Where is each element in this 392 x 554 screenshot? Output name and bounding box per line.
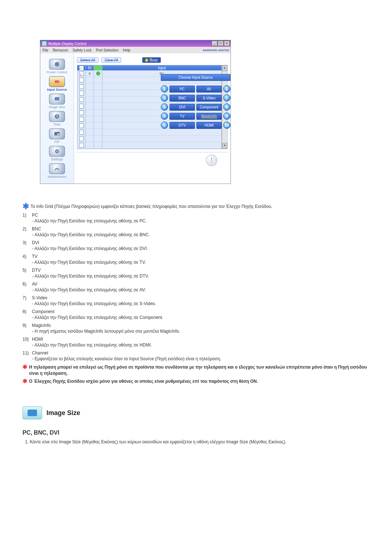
select-all-button[interactable]: Select All <box>77 57 98 63</box>
row-checkbox[interactable] <box>79 71 84 76</box>
source-av-button[interactable]: AV <box>196 86 222 93</box>
row-checkbox[interactable] <box>79 104 84 108</box>
status-bar: ! <box>77 152 228 168</box>
sidebar-item-label: Settings <box>40 157 74 161</box>
row-checkbox[interactable] <box>79 91 84 95</box>
app-icon <box>42 41 47 46</box>
callout-2: 2 <box>161 94 168 102</box>
row-checkbox[interactable] <box>79 143 84 148</box>
power-icon <box>49 59 65 70</box>
sidebar-item-input-source[interactable]: Input Source <box>40 75 74 93</box>
list-item: 9)MagicInfo- Η πηγή σήματος εισόδου Magi… <box>23 323 370 334</box>
row-checkbox[interactable] <box>79 78 84 82</box>
table-row[interactable] <box>77 142 222 149</box>
intro-text: Το Info Grid (Πλέγμα Πληροφοριών) εμφανί… <box>30 204 370 210</box>
header-id: ID <box>86 65 94 70</box>
settings-icon <box>49 146 65 157</box>
maintenance-icon <box>49 163 65 174</box>
row-checkbox[interactable] <box>79 117 84 122</box>
header-input: Input <box>102 65 222 70</box>
menu-file[interactable]: File <box>42 48 48 52</box>
sidebar-item-label: Input Source <box>40 88 74 91</box>
sidebar-item-label: Maintenance <box>40 175 74 178</box>
list-item: 1)PC- Αλλάζει την Πηγή Εισόδου της επιλε… <box>23 213 370 223</box>
numbered-list: 1)PC- Αλλάζει την Πηγή Εισόδου της επιλε… <box>23 213 370 361</box>
steps-list: Κάντε κλικ στο Image Size (Μέγεθος Εικόν… <box>23 439 370 445</box>
list-item: 11)Channel- Εμφανίζεται το βέλος επιλογή… <box>23 350 370 361</box>
step-item: Κάντε κλικ στο Image Size (Μέγεθος Εικόν… <box>30 439 370 445</box>
list-item: 5)DTV- Αλλάζει την Πηγή Εισόδου της επιλ… <box>23 268 370 279</box>
minimize-button[interactable]: _ <box>212 41 217 46</box>
section-title: Image Size <box>46 409 80 417</box>
sidebar-item-time[interactable]: Time <box>40 110 74 128</box>
list-item: 3)DVI- Αλλάζει την Πηγή Εισόδου της επιλ… <box>23 240 370 251</box>
callout-8: 8 <box>223 103 230 111</box>
sidebar: Power Control Input Source Image Size Ti… <box>40 54 74 184</box>
source-tv-button[interactable]: TV <box>170 113 195 120</box>
source-magicinfo-button[interactable]: MagicInfo <box>196 113 222 120</box>
list-item: 8)Component- Αλλάζει την Πηγή Εισόδου τη… <box>23 309 370 320</box>
list-item: 4)TV- Αλλάζει την Πηγή Εισόδου της επιλε… <box>23 254 370 265</box>
source-bnc-button[interactable]: BNC <box>170 95 195 102</box>
close-button[interactable]: × <box>224 41 230 46</box>
brand-text: SAMSUNG DIGITall <box>203 49 229 52</box>
sidebar-item-label: PIP <box>40 140 74 144</box>
list-item: 10)HDMI- Αλλάζει την Πηγή Εισόδου της επ… <box>23 337 370 348</box>
source-svideo-button[interactable]: S-Video <box>196 95 222 102</box>
sidebar-item-image-size[interactable]: Image Size <box>40 93 74 110</box>
table-row[interactable] <box>77 129 222 136</box>
callout-3: 3 <box>161 103 168 111</box>
time-icon <box>49 111 65 122</box>
row-checkbox[interactable] <box>79 136 84 141</box>
table-row[interactable] <box>77 136 222 142</box>
busy-indicator: Busy <box>142 57 160 63</box>
svg-point-7 <box>56 151 58 152</box>
sidebar-item-settings[interactable]: Settings <box>40 145 74 163</box>
callout-1: 1 <box>161 85 168 93</box>
callout-5: 5 <box>161 122 168 129</box>
row-checkbox[interactable] <box>79 130 84 135</box>
row-checkbox[interactable] <box>79 110 84 115</box>
sidebar-item-maintenance[interactable]: Maintenance <box>40 163 74 180</box>
svg-rect-1 <box>55 80 60 83</box>
list-item: 2)BNC- Αλλάζει την Πηγή Εισόδου της επιλ… <box>23 226 370 237</box>
menu-remocon[interactable]: Remocon <box>53 48 68 52</box>
callout-4: 4 <box>161 112 168 120</box>
scroll-up-icon[interactable]: ▴ <box>222 65 227 71</box>
grid-header: ID Input <box>77 65 222 70</box>
status-dot-icon <box>96 71 100 75</box>
sidebar-item-label: Image Size <box>40 105 74 109</box>
callout-7: 7 <box>223 94 230 102</box>
source-component-button[interactable]: Component <box>196 104 222 111</box>
callout-9: 9 <box>223 112 230 120</box>
header-status-icon <box>94 65 102 70</box>
busy-dot-icon <box>145 59 148 62</box>
window-title: Multiple Display Control <box>48 42 86 46</box>
note-text: Η τηλεόραση μπορεί να επιλεγεί ως Πηγή μ… <box>29 364 370 377</box>
scroll-down-icon[interactable]: ▾ <box>222 143 227 149</box>
svg-point-0 <box>55 62 60 67</box>
callout-10: 10 <box>223 122 230 129</box>
source-dtv-button[interactable]: DTV <box>170 122 195 129</box>
pip-icon <box>49 128 65 139</box>
source-dvi-button[interactable]: DVI <box>170 104 195 111</box>
main-panel: Select All Clear All Busy ID Input <box>74 54 230 184</box>
source-pc-button[interactable]: PC <box>170 86 195 93</box>
section-subtitle: PC, BNC, DVI <box>23 430 370 436</box>
sidebar-item-power-control[interactable]: Power Control <box>40 58 74 75</box>
row-checkbox[interactable] <box>79 123 84 128</box>
sidebar-item-pip[interactable]: PIP <box>40 128 74 145</box>
menu-safety-lock[interactable]: Safety Lock <box>73 48 91 52</box>
star-icon: ✱ <box>23 378 29 384</box>
sidebar-item-label: Power Control <box>40 70 74 74</box>
source-hdmi-button[interactable]: HDMI <box>196 122 222 129</box>
menu-bar: File Remocon Safety Lock Port Selection … <box>40 47 230 54</box>
maximize-button[interactable]: □ <box>218 41 224 46</box>
menu-port-selection[interactable]: Port Selection <box>96 48 118 52</box>
header-checkbox[interactable] <box>79 66 84 70</box>
image-size-icon <box>49 94 65 104</box>
clear-all-button[interactable]: Clear All <box>101 57 121 63</box>
menu-help[interactable]: Help <box>123 48 130 52</box>
row-checkbox[interactable] <box>79 97 84 102</box>
row-checkbox[interactable] <box>79 84 84 89</box>
